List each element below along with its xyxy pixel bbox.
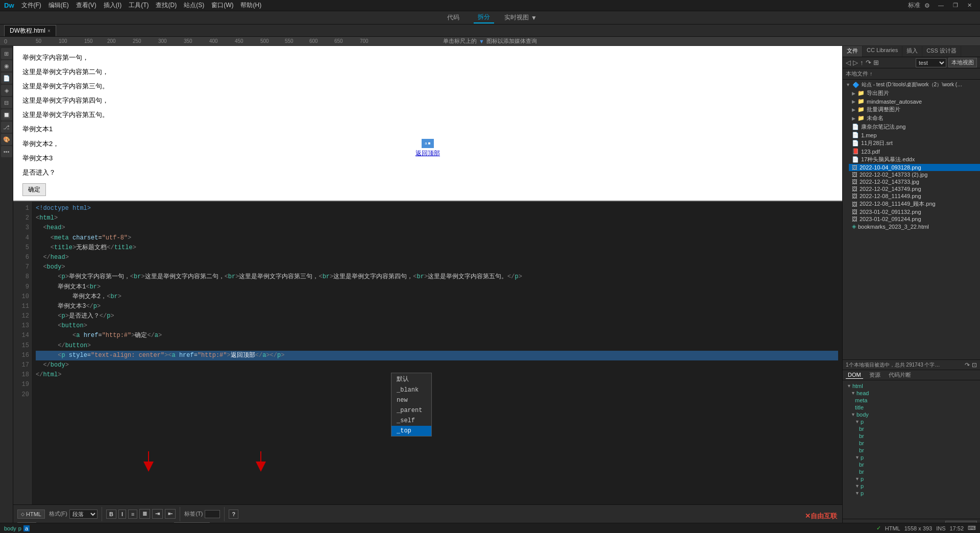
dropdown-item-blank[interactable]: _blank	[391, 385, 431, 395]
sidebar-css-icon[interactable]: ◉	[1, 60, 12, 71]
tree-item-img2[interactable]: 🖼 2022-12-02_143733 (2).jpg	[849, 171, 980, 178]
tree-item-eddx[interactable]: 📄 17种头脑风暴法.eddx	[849, 155, 980, 164]
tree-item-pdf[interactable]: 📕 123.pdf	[849, 148, 980, 155]
refresh-files-icon[interactable]: ↷	[965, 361, 970, 369]
site-select[interactable]: test	[916, 58, 946, 67]
dom-body[interactable]: ▼ body	[849, 411, 978, 418]
live-view-button[interactable]: 实时视图 ▼	[504, 13, 537, 22]
code-view[interactable]: 12345 678910 1112131415 1617181920 <!doc…	[13, 202, 842, 504]
italic-button[interactable]: I	[118, 510, 126, 519]
back-icon[interactable]: ◁	[846, 59, 851, 66]
dropdown-item-new[interactable]: new	[391, 395, 431, 405]
tree-item-html[interactable]: ◈ bookmarks_2023_3_22.html	[849, 223, 980, 230]
sidebar-more-icon[interactable]: •••	[1, 146, 12, 157]
tree-item-img1[interactable]: 🖼 2022-10-04_093128.png	[849, 164, 980, 171]
sidebar-git-icon[interactable]: ⎇	[1, 122, 12, 133]
menu-file[interactable]: 文件(F)	[18, 0, 44, 11]
outdent-button[interactable]: ⇤	[165, 509, 176, 519]
dom-p3[interactable]: ▼ p	[853, 475, 978, 482]
back-top-link[interactable]: 返回顶部	[415, 149, 440, 158]
dom-tab[interactable]: DOM	[846, 371, 863, 379]
code-mode-button[interactable]: 代码	[443, 12, 463, 23]
breadcrumb-body[interactable]: body	[4, 525, 16, 531]
sidebar-color-icon[interactable]: 🎨	[1, 134, 12, 145]
tree-item-unnamed[interactable]: ▶ 📁 未命名	[849, 114, 980, 123]
tree-item-img6[interactable]: 🖼 2022-12-08_111449_顾本.png	[849, 200, 980, 208]
menu-site[interactable]: 站点(S)	[181, 0, 207, 11]
tree-item-mep[interactable]: 📄 1.mep	[849, 131, 980, 139]
dom-head[interactable]: ▼ head	[849, 390, 978, 397]
tree-item-srt[interactable]: 📄 11月28日.srt	[849, 139, 980, 148]
confirm-button[interactable]: 确定	[22, 183, 46, 196]
dom-br5[interactable]: br	[857, 461, 978, 468]
dom-html[interactable]: ▼ html	[845, 382, 978, 390]
forward-icon[interactable]: ▷	[853, 59, 858, 66]
tree-item-mindmaster[interactable]: ▶ 📁 mindmaster_autosave	[849, 98, 980, 105]
menu-view[interactable]: 查看(V)	[73, 0, 100, 11]
tree-item-export[interactable]: ▶ 📁 导出图片	[849, 89, 980, 98]
menu-help[interactable]: 帮助(H)	[237, 0, 264, 11]
indent-button[interactable]: ⇥	[152, 509, 163, 519]
tree-item-cornell[interactable]: 📄 康奈尔笔记法.png	[849, 123, 980, 131]
dom-meta[interactable]: meta	[853, 397, 978, 404]
view-button[interactable]: 本地视图	[948, 58, 977, 67]
tree-item-img4[interactable]: 🖼 2022-12-02_143749.png	[849, 185, 980, 192]
dom-p5[interactable]: ▼ p	[853, 490, 978, 497]
dom-title[interactable]: title	[853, 404, 978, 411]
dom-p2[interactable]: ▼ p	[853, 454, 978, 461]
menu-tools[interactable]: 工具(T)	[126, 0, 152, 11]
dom-br3[interactable]: br	[857, 440, 978, 447]
sidebar-insert-icon[interactable]: ⊞	[1, 48, 12, 59]
maximize-button[interactable]: ❐	[949, 1, 962, 10]
format-select[interactable]: 段落	[69, 510, 97, 519]
tab-insert[interactable]: 插入	[902, 46, 922, 57]
sidebar-snippets-icon[interactable]: ⊟	[1, 97, 12, 108]
tab-cc-libraries[interactable]: CC Libraries	[863, 46, 902, 57]
dom-br4[interactable]: br	[857, 447, 978, 454]
dropdown-item-top[interactable]: _top	[391, 426, 431, 436]
assets-tab[interactable]: 资源	[867, 371, 883, 379]
bold-button[interactable]: B	[106, 510, 116, 519]
breadcrumb-a[interactable]: a	[23, 525, 30, 531]
dom-p1[interactable]: ▼ p	[853, 418, 978, 425]
file-tab[interactable]: DW教程.html ×	[4, 25, 56, 36]
dropdown-item-default[interactable]: 默认	[391, 373, 431, 385]
ol-button[interactable]: ≣	[139, 509, 150, 519]
sidebar-dom-icon[interactable]: 🔲	[1, 109, 12, 120]
breadcrumb-p[interactable]: p	[18, 525, 21, 531]
menu-find[interactable]: 查找(D)	[153, 0, 180, 11]
settings-icon[interactable]: ⚙	[924, 2, 930, 9]
close-button[interactable]: ✕	[963, 1, 976, 10]
help-button[interactable]: ?	[229, 510, 238, 519]
tree-root[interactable]: ▼ 🔷 站点 - test (D:\tools\桌面\work（2）\work …	[843, 81, 980, 89]
close-tab-icon[interactable]: ×	[47, 28, 51, 34]
target-dropdown[interactable]: 默认 _blank new _parent _self _top	[391, 373, 432, 437]
menu-edit[interactable]: 编辑(E)	[45, 0, 72, 11]
split-mode-button[interactable]: 拆分	[474, 12, 494, 23]
html-badge[interactable]: ◇ HTML	[17, 510, 45, 519]
tree-item-img8[interactable]: 🖼 2023-01-02_091244.png	[849, 215, 980, 223]
snippets-tab[interactable]: 代码片断	[887, 371, 913, 379]
tree-item-img3[interactable]: 🖼 2022-12-02_143733.jpg	[849, 178, 980, 185]
tab-files[interactable]: 文件	[843, 46, 863, 57]
ul-button[interactable]: ≡	[128, 510, 137, 519]
grid-icon[interactable]: ⊞	[873, 59, 879, 66]
connection-icon[interactable]: ⊡	[972, 361, 977, 369]
tree-item-batch[interactable]: ▶ 📁 批量调整图片	[849, 105, 980, 114]
dropdown-item-parent[interactable]: _parent	[391, 405, 431, 416]
tree-item-img5[interactable]: 🖼 2022-12-08_111449.png	[849, 192, 980, 200]
sidebar-files-icon[interactable]: 📄	[1, 72, 12, 84]
tree-item-img7[interactable]: 🖼 2023-01-02_091132.png	[849, 208, 980, 215]
dom-p4[interactable]: ▼ p	[853, 482, 978, 490]
dom-br1[interactable]: br	[857, 425, 978, 432]
tag-input[interactable]	[205, 510, 220, 518]
menu-window[interactable]: 窗口(W)	[208, 0, 236, 11]
minimize-button[interactable]: —	[934, 1, 948, 10]
tab-css-designer[interactable]: CSS 设计器	[922, 46, 961, 57]
dropdown-item-self[interactable]: _self	[391, 416, 431, 426]
up-icon[interactable]: ↑	[860, 59, 864, 66]
refresh-icon[interactable]: ↷	[866, 59, 871, 66]
dom-br6[interactable]: br	[857, 468, 978, 475]
sidebar-assets-icon[interactable]: ◈	[1, 85, 12, 96]
dom-br2[interactable]: br	[857, 432, 978, 440]
